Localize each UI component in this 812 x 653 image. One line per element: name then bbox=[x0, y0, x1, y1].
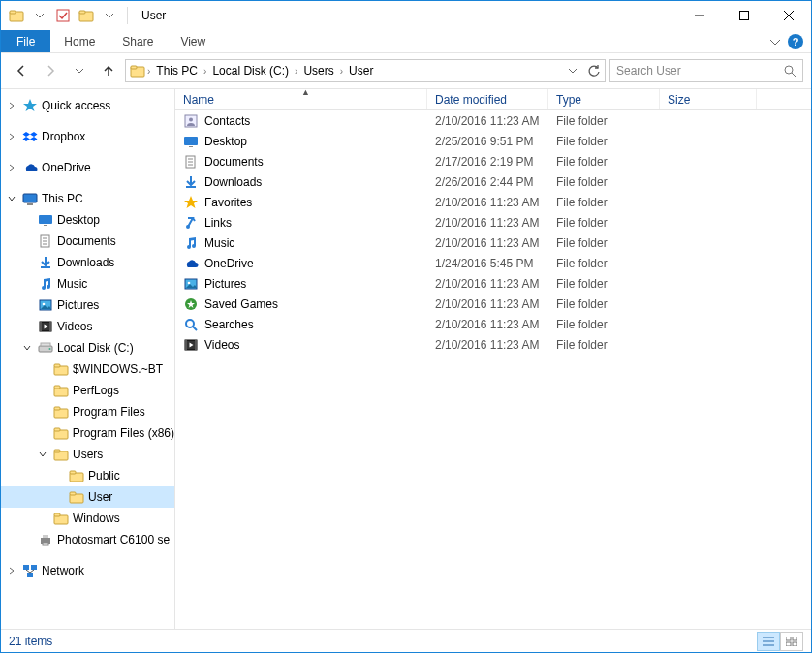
nav-item[interactable]: Dropbox bbox=[1, 126, 174, 147]
nav-item[interactable]: Network bbox=[1, 560, 174, 581]
table-row[interactable]: Contacts2/10/2016 11:23 AMFile folder bbox=[175, 110, 811, 131]
nav-item[interactable]: Local Disk (C:) bbox=[1, 337, 174, 358]
breadcrumb-thispc[interactable]: This PC bbox=[152, 60, 202, 81]
column-size[interactable]: Size bbox=[660, 89, 757, 109]
breadcrumb-c[interactable]: Local Disk (C:) bbox=[208, 60, 293, 81]
table-row[interactable]: Documents2/17/2016 2:19 PMFile folder bbox=[175, 151, 811, 171]
maximize-button[interactable] bbox=[722, 1, 766, 30]
searches-icon bbox=[183, 317, 199, 332]
address-bar[interactable]: › This PC › Local Disk (C:) › Users › Us… bbox=[125, 59, 606, 82]
nav-item[interactable]: Program Files bbox=[1, 401, 174, 422]
chevron-right-icon[interactable]: › bbox=[293, 66, 299, 77]
column-date[interactable]: Date modified bbox=[427, 89, 548, 109]
file-date: 2/10/2016 11:23 AM bbox=[427, 196, 548, 209]
nav-label: OneDrive bbox=[42, 161, 91, 174]
back-button[interactable] bbox=[9, 58, 34, 83]
monitor-icon bbox=[22, 191, 38, 206]
nav-item[interactable]: Windows bbox=[1, 508, 174, 529]
nav-item[interactable]: Downloads bbox=[1, 252, 174, 273]
nav-item[interactable]: $WINDOWS.~BT bbox=[1, 358, 174, 380]
nav-item[interactable]: User bbox=[1, 486, 174, 508]
nav-item[interactable]: Videos bbox=[1, 316, 174, 337]
tab-home[interactable]: Home bbox=[50, 30, 109, 52]
svg-rect-71 bbox=[195, 340, 197, 350]
documents-icon bbox=[183, 154, 199, 170]
breadcrumb-user[interactable]: User bbox=[345, 60, 377, 81]
downloads-icon bbox=[38, 255, 53, 270]
expander-icon[interactable] bbox=[7, 132, 18, 141]
nav-item[interactable]: OneDrive bbox=[1, 157, 174, 178]
ribbon-expand-icon[interactable] bbox=[770, 37, 780, 47]
table-row[interactable]: Music2/10/2016 11:23 AMFile folder bbox=[175, 233, 811, 253]
search-box[interactable]: Search User bbox=[609, 59, 803, 82]
nav-item[interactable]: This PC bbox=[1, 188, 174, 209]
table-row[interactable]: Pictures2/10/2016 11:23 AMFile folder bbox=[175, 273, 811, 294]
table-row[interactable]: Searches2/10/2016 11:23 AMFile folder bbox=[175, 314, 811, 334]
search-placeholder: Search User bbox=[616, 64, 783, 78]
breadcrumb-users[interactable]: Users bbox=[299, 60, 337, 81]
explorer-window: User File Home Share View ? › This PC › … bbox=[0, 0, 812, 653]
up-button[interactable] bbox=[96, 58, 121, 83]
expander-icon[interactable] bbox=[7, 163, 18, 172]
svg-point-65 bbox=[188, 281, 191, 284]
expander-icon[interactable] bbox=[7, 101, 18, 110]
nav-item[interactable]: Photosmart C6100 se bbox=[1, 529, 174, 550]
navigation-pane[interactable]: Quick accessDropboxOneDriveThis PCDeskto… bbox=[1, 89, 175, 629]
table-row[interactable]: OneDrive1/24/2016 5:45 PMFile folder bbox=[175, 253, 811, 273]
svg-rect-4 bbox=[79, 11, 85, 14]
minimize-button[interactable] bbox=[677, 1, 722, 30]
table-row[interactable]: Videos2/10/2016 11:23 AMFile folder bbox=[175, 334, 811, 355]
qat-dropdown-2-icon[interactable] bbox=[98, 4, 121, 27]
properties-icon[interactable] bbox=[51, 4, 75, 27]
chevron-right-icon[interactable]: › bbox=[202, 66, 208, 77]
svg-rect-25 bbox=[40, 322, 42, 331]
nav-item[interactable]: Desktop bbox=[1, 209, 174, 231]
file-list[interactable]: Contacts2/10/2016 11:23 AMFile folderDes… bbox=[175, 110, 811, 629]
svg-rect-35 bbox=[54, 407, 60, 410]
expander-icon[interactable] bbox=[38, 450, 49, 459]
address-dropdown-icon[interactable] bbox=[562, 60, 583, 81]
network-icon bbox=[22, 563, 38, 578]
nav-label: Pictures bbox=[57, 298, 99, 312]
column-type[interactable]: Type bbox=[548, 89, 660, 109]
svg-rect-33 bbox=[54, 386, 60, 389]
file-date: 1/24/2016 5:45 PM bbox=[427, 257, 548, 270]
nav-item[interactable]: Music bbox=[1, 273, 174, 295]
file-name: Documents bbox=[204, 155, 264, 169]
table-row[interactable]: Links2/10/2016 11:23 AMFile folder bbox=[175, 212, 811, 233]
help-icon[interactable]: ? bbox=[788, 34, 803, 49]
expander-icon[interactable] bbox=[7, 566, 18, 575]
nav-item[interactable]: PerfLogs bbox=[1, 380, 174, 401]
forward-button[interactable] bbox=[38, 58, 63, 83]
tab-file[interactable]: File bbox=[1, 30, 50, 52]
nav-item[interactable]: Pictures bbox=[1, 295, 174, 316]
nav-item[interactable]: Documents bbox=[1, 231, 174, 252]
table-row[interactable]: Saved Games2/10/2016 11:23 AMFile folder bbox=[175, 294, 811, 314]
recent-dropdown-icon[interactable] bbox=[67, 58, 92, 83]
table-row[interactable]: Favorites2/10/2016 11:23 AMFile folder bbox=[175, 192, 811, 212]
table-row[interactable]: Downloads2/26/2016 2:44 PMFile folder bbox=[175, 171, 811, 192]
chevron-right-icon[interactable]: › bbox=[338, 66, 345, 77]
refresh-button[interactable] bbox=[583, 60, 605, 81]
file-date: 2/25/2016 9:51 PM bbox=[427, 135, 548, 148]
icons-view-button[interactable] bbox=[780, 632, 803, 651]
nav-item[interactable]: Users bbox=[1, 444, 174, 465]
expander-icon[interactable] bbox=[7, 194, 18, 203]
qat-dropdown-icon[interactable] bbox=[28, 4, 51, 27]
close-button[interactable] bbox=[766, 1, 811, 30]
svg-rect-70 bbox=[185, 340, 187, 350]
nav-row: › This PC › Local Disk (C:) › Users › Us… bbox=[1, 53, 811, 88]
svg-point-63 bbox=[186, 225, 190, 229]
nav-item[interactable]: Quick access bbox=[1, 95, 174, 116]
nav-item[interactable]: Program Files (x86) bbox=[1, 422, 174, 444]
nav-label: Downloads bbox=[57, 256, 114, 269]
chevron-right-icon[interactable]: › bbox=[145, 66, 152, 77]
status-bar: 21 items bbox=[1, 629, 811, 652]
table-row[interactable]: Desktop2/25/2016 9:51 PMFile folder bbox=[175, 131, 811, 151]
tab-share[interactable]: Share bbox=[109, 30, 167, 52]
details-view-button[interactable] bbox=[757, 632, 780, 651]
expander-icon[interactable] bbox=[22, 343, 34, 353]
file-date: 2/10/2016 11:23 AM bbox=[427, 318, 548, 331]
tab-view[interactable]: View bbox=[167, 30, 219, 52]
nav-item[interactable]: Public bbox=[1, 465, 174, 486]
